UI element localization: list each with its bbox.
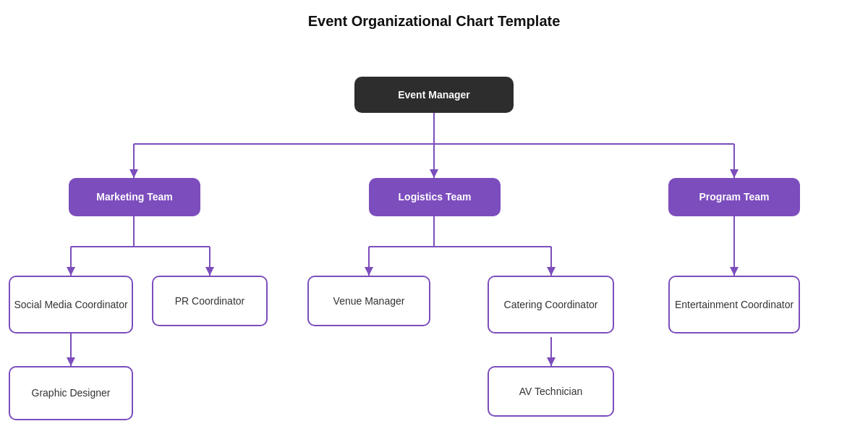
chart-container: Event Manager Marketing Team Logistics T… [0,37,868,442]
svg-marker-18 [730,169,739,178]
marketing-team-node: Marketing Team [69,178,200,216]
graphic-designer-node: Graphic Designer [9,366,133,420]
chart-title: Event Organizational Chart Template [308,13,561,30]
entertainment-coordinator-node: Entertainment Coordinator [668,276,800,333]
svg-marker-19 [67,267,75,276]
svg-marker-23 [547,267,556,276]
catering-coordinator-node: Catering Coordinator [488,276,614,333]
svg-marker-25 [730,267,739,276]
logistics-team-node: Logistics Team [369,178,501,216]
event-manager-node: Event Manager [354,77,514,113]
svg-marker-17 [430,169,438,178]
svg-marker-20 [205,267,214,276]
svg-marker-16 [129,169,138,178]
pr-coordinator-node: PR Coordinator [152,276,268,326]
program-team-node: Program Team [668,178,800,216]
svg-marker-22 [365,267,373,276]
social-media-node: Social Media Coordinator [9,276,133,333]
svg-marker-24 [547,357,556,366]
svg-marker-21 [67,357,75,366]
venue-manager-node: Venue Manager [307,276,430,326]
av-technician-node: AV Technician [488,366,614,417]
